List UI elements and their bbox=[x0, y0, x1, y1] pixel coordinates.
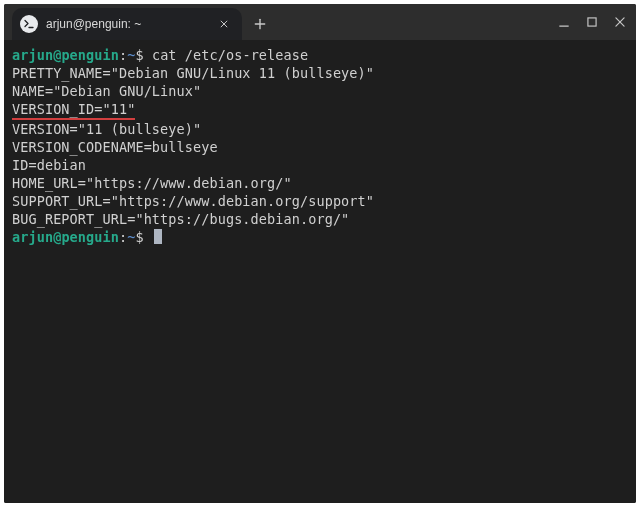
cursor bbox=[154, 229, 162, 244]
maximize-button[interactable] bbox=[584, 14, 600, 30]
titlebar: arjun@penguin: ~ bbox=[4, 4, 636, 40]
prompt-symbol: $ bbox=[135, 47, 143, 63]
prompt-colon: : bbox=[119, 229, 127, 245]
tab-title: arjun@penguin: ~ bbox=[46, 17, 210, 31]
prompt-symbol: $ bbox=[135, 229, 143, 245]
tab-active[interactable]: arjun@penguin: ~ bbox=[12, 8, 242, 40]
prompt-host: penguin bbox=[61, 47, 119, 63]
output-line: NAME="Debian GNU/Linux" bbox=[12, 83, 201, 99]
close-window-button[interactable] bbox=[612, 14, 628, 30]
prompt-user: arjun bbox=[12, 47, 53, 63]
new-tab-button[interactable] bbox=[246, 8, 274, 40]
output-line: SUPPORT_URL="https://www.debian.org/supp… bbox=[12, 193, 374, 209]
output-line: VERSION_CODENAME=bullseye bbox=[12, 139, 218, 155]
output-line: HOME_URL="https://www.debian.org/" bbox=[12, 175, 292, 191]
tab-close-button[interactable] bbox=[216, 16, 232, 32]
prompt-user: arjun bbox=[12, 229, 53, 245]
output-line: VERSION="11 (bullseye)" bbox=[12, 121, 201, 137]
terminal-body[interactable]: arjun@penguin:~$ cat /etc/os-release PRE… bbox=[4, 40, 636, 503]
output-line: BUG_REPORT_URL="https://bugs.debian.org/… bbox=[12, 211, 349, 227]
terminal-icon bbox=[20, 15, 38, 33]
terminal-window: arjun@penguin: ~ bbox=[4, 4, 636, 503]
titlebar-drag-area[interactable] bbox=[274, 4, 556, 40]
prompt-colon: : bbox=[119, 47, 127, 63]
prompt-host: penguin bbox=[61, 229, 119, 245]
svg-rect-6 bbox=[588, 18, 596, 26]
output-line: ID=debian bbox=[12, 157, 86, 173]
minimize-button[interactable] bbox=[556, 14, 572, 30]
output-line: PRETTY_NAME="Debian GNU/Linux 11 (bullse… bbox=[12, 65, 374, 81]
command-text: cat /etc/os-release bbox=[152, 47, 308, 63]
window-controls bbox=[556, 4, 636, 40]
output-line-highlighted: VERSION_ID="11" bbox=[12, 100, 135, 120]
